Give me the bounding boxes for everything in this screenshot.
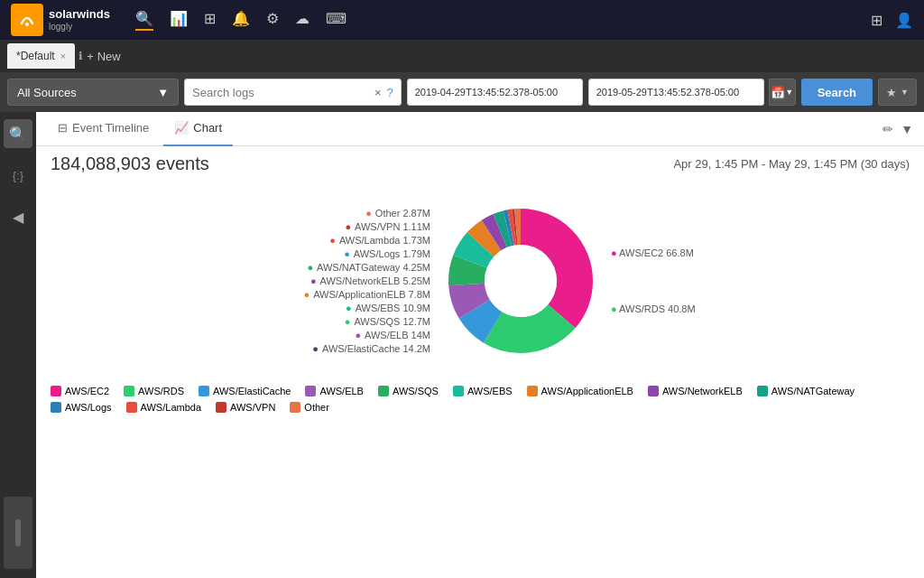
label-lambda: ●AWS/Lambda 1.73M bbox=[232, 235, 430, 246]
label-logs: ●AWS/Logs 1.79M bbox=[232, 248, 430, 259]
calendar-button[interactable]: 📅 ▼ bbox=[769, 79, 796, 106]
end-date-input[interactable]: 2019-05-29T13:45:52.378-05:00 bbox=[588, 79, 764, 106]
edit-chart-icon[interactable]: ✏ bbox=[882, 122, 893, 136]
tab-default[interactable]: *Default × bbox=[7, 43, 75, 69]
chart-legend: AWS/EC2 AWS/RDS AWS/ElastiCache AWS/ELB … bbox=[36, 380, 924, 418]
source-selector[interactable]: All Sources ▼ bbox=[7, 79, 179, 106]
chart-nav-icon[interactable]: 📊 bbox=[170, 10, 188, 31]
label-natgw: ●AWS/NATGateway 4.25M bbox=[232, 262, 430, 273]
legend-sqs: AWS/SQS bbox=[378, 386, 439, 396]
legend-dot-lambda bbox=[126, 402, 137, 413]
tab-info-icon[interactable]: ℹ bbox=[79, 50, 83, 62]
date-range: Apr 29, 1:45 PM - May 29, 1:45 PM (30 da… bbox=[673, 157, 910, 171]
legend-elasticache: AWS/ElastiCache bbox=[199, 386, 291, 396]
label-apelb: ●AWS/ApplicationELB 7.8M bbox=[232, 289, 430, 300]
tab-chart[interactable]: 📈 Chart bbox=[163, 112, 233, 146]
star-icon: ★ bbox=[886, 86, 897, 99]
search-button[interactable]: Search bbox=[801, 79, 873, 106]
calendar-icon: 📅 bbox=[771, 86, 785, 99]
chart-actions: ✏ ▼ bbox=[882, 122, 913, 136]
scroll-thumb bbox=[15, 519, 21, 546]
chart-tabs: ⊟ Event Timeline 📈 Chart ✏ ▼ bbox=[36, 112, 924, 146]
brand-logo bbox=[11, 4, 43, 36]
start-date-input[interactable]: 2019-04-29T13:45:52.378-05:00 bbox=[407, 79, 583, 106]
chart-header: 184,088,903 events Apr 29, 1:45 PM - May… bbox=[36, 146, 924, 182]
apps-icon[interactable]: ⊞ bbox=[871, 12, 882, 29]
legend-ebs: AWS/EBS bbox=[453, 386, 513, 396]
legend-natgw: AWS/NATGateway bbox=[757, 386, 855, 396]
star-dropdown-icon: ▼ bbox=[901, 88, 909, 97]
event-count: 184,088,903 events bbox=[51, 154, 209, 174]
donut-labels-right: ● AWS/EC2 66.8M ● AWS/RDS 40.8M bbox=[611, 247, 728, 314]
legend-dot-sqs bbox=[378, 386, 389, 396]
brand-name: solarwinds bbox=[49, 8, 110, 21]
tab-close-icon[interactable]: × bbox=[60, 51, 66, 61]
sidebar-search-icon[interactable]: 🔍 bbox=[4, 119, 32, 148]
timeline-tab-icon: ⊟ bbox=[58, 121, 68, 135]
legend-dot-elasticache bbox=[199, 386, 209, 396]
legend-dot-apelb bbox=[527, 386, 538, 396]
legend-dot-elb bbox=[305, 386, 316, 396]
legend-ec2: AWS/EC2 bbox=[51, 386, 109, 396]
tab-event-timeline[interactable]: ⊟ Event Timeline bbox=[47, 112, 160, 146]
brand-sub: loggly bbox=[49, 22, 110, 32]
search-input-wrap: × ? bbox=[184, 79, 402, 106]
cloud-nav-icon[interactable]: ☁ bbox=[295, 10, 310, 31]
legend-dot-natgw bbox=[757, 386, 768, 396]
star-button[interactable]: ★ ▼ bbox=[878, 79, 917, 106]
donut-container: ●Other 2.87M ●AWS/VPN 1.11M ●AWS/Lambda … bbox=[36, 182, 924, 380]
legend-lambda: AWS/Lambda bbox=[126, 402, 201, 413]
user-icon[interactable]: 👤 bbox=[895, 12, 913, 29]
chart-options-icon[interactable]: ▼ bbox=[901, 122, 913, 136]
svg-point-0 bbox=[15, 8, 39, 32]
tool-nav-icon[interactable]: ⚙ bbox=[266, 10, 279, 31]
legend-networkelb: AWS/NetworkELB bbox=[648, 386, 743, 396]
nav-right: ⊞ 👤 bbox=[871, 12, 913, 29]
svg-point-1 bbox=[25, 23, 29, 26]
terminal-nav-icon[interactable]: ⌨ bbox=[326, 10, 346, 31]
scroll-indicator bbox=[4, 497, 32, 569]
legend-other: Other bbox=[290, 402, 329, 413]
search-input[interactable] bbox=[192, 86, 369, 99]
label-ec2: ● AWS/EC2 66.8M bbox=[611, 247, 728, 258]
grid-nav-icon[interactable]: ⊞ bbox=[204, 10, 216, 31]
legend-dot-rds bbox=[124, 386, 134, 396]
tab-default-label: *Default bbox=[16, 50, 55, 62]
new-tab-plus: + bbox=[87, 50, 94, 63]
brand-text-group: solarwinds loggly bbox=[49, 8, 110, 31]
brand: solarwinds loggly bbox=[11, 4, 110, 36]
new-tab-button[interactable]: + New bbox=[87, 50, 121, 63]
legend-dot-other bbox=[290, 402, 300, 413]
label-elasticache: ●AWS/ElastiCache 14.2M bbox=[232, 343, 430, 354]
svg-point-16 bbox=[485, 245, 557, 317]
nav-icons: 🔍 📊 ⊞ 🔔 ⚙ ☁ ⌨ bbox=[135, 10, 346, 31]
legend-vpn: AWS/VPN bbox=[216, 402, 275, 413]
sidebar-back-icon[interactable]: ◀ bbox=[4, 202, 32, 231]
label-ebs: ●AWS/EBS 10.9M bbox=[232, 303, 430, 313]
new-tab-label: New bbox=[97, 50, 121, 63]
search-clear-icon[interactable]: × bbox=[374, 86, 382, 99]
donut-labels-left: ●Other 2.87M ●AWS/VPN 1.11M ●AWS/Lambda … bbox=[232, 208, 430, 354]
main-content: 🔍 {:} ◀ ⊟ Event Timeline 📈 Chart ✏ ▼ 184… bbox=[0, 112, 924, 578]
search-bar: All Sources ▼ × ? 2019-04-29T13:45:52.37… bbox=[0, 72, 924, 112]
sidebar-fields-icon[interactable]: {:} bbox=[4, 161, 32, 190]
search-help-icon[interactable]: ? bbox=[386, 86, 393, 99]
search-nav-icon[interactable]: 🔍 bbox=[135, 10, 153, 31]
end-date-value: 2019-05-29T13:45:52.378-05:00 bbox=[596, 87, 739, 98]
donut-chart bbox=[430, 191, 611, 371]
label-sqs: ●AWS/SQS 12.7M bbox=[232, 316, 430, 327]
label-rds: ● AWS/RDS 40.8M bbox=[611, 303, 728, 314]
alert-nav-icon[interactable]: 🔔 bbox=[232, 10, 250, 31]
legend-apelb: AWS/ApplicationELB bbox=[527, 386, 633, 396]
start-date-value: 2019-04-29T13:45:52.378-05:00 bbox=[415, 87, 558, 98]
calendar-dropdown-icon: ▼ bbox=[785, 88, 793, 97]
top-nav: solarwinds loggly 🔍 📊 ⊞ 🔔 ⚙ ☁ ⌨ ⊞ 👤 bbox=[0, 0, 924, 40]
source-label: All Sources bbox=[17, 86, 77, 99]
legend-dot-vpn bbox=[216, 402, 226, 413]
left-sidebar: 🔍 {:} ◀ bbox=[0, 112, 36, 578]
legend-dot-logs bbox=[51, 402, 61, 413]
chart-tab-label: Chart bbox=[193, 121, 222, 135]
source-dropdown-icon: ▼ bbox=[157, 86, 169, 99]
chart-area: ⊟ Event Timeline 📈 Chart ✏ ▼ 184,088,903… bbox=[36, 112, 924, 578]
timeline-tab-label: Event Timeline bbox=[72, 121, 149, 135]
